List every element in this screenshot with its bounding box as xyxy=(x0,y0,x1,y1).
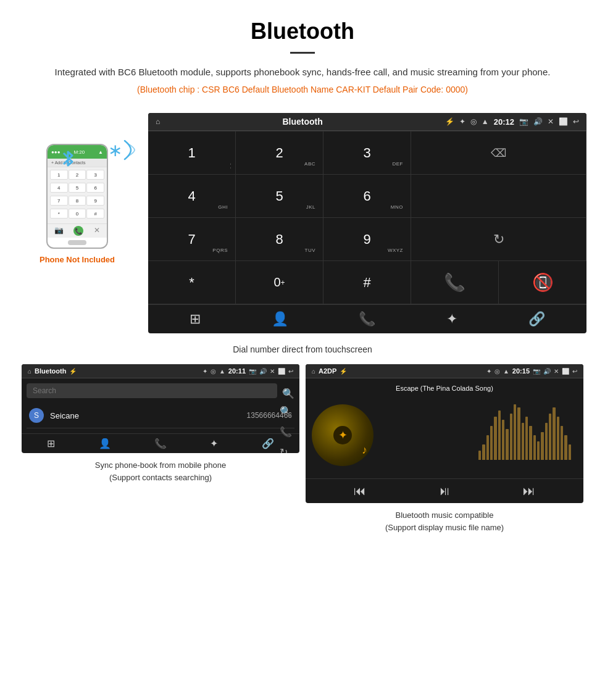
phonebook-bottom-nav: ⊞ 👤 📞 ✦ 🔗 xyxy=(22,433,299,453)
dial-refresh[interactable]: ↻ xyxy=(411,218,586,261)
music-bt-center-icon: ✦ xyxy=(338,428,348,442)
dial-car-screen: ⌂ Bluetooth ⚡ ✦ ◎ ▲ 20:12 📷 🔊 ✕ ⬜ ↩ xyxy=(148,113,586,333)
dial-key-8[interactable]: 8TUV xyxy=(236,218,323,261)
volume-icon: 🔊 xyxy=(533,117,543,126)
dial-screen-container: ⌂ Bluetooth ⚡ ✦ ◎ ▲ 20:12 📷 🔊 ✕ ⬜ ↩ xyxy=(148,113,586,333)
dial-time: 20:12 xyxy=(494,117,514,127)
music-main-row: ✦ ♪ xyxy=(312,398,577,472)
music-screenshot-block: ⌂ A2DP ⚡ ✦ ◎ ▲ 20:15 📷 🔊 ✕ ⬜ ↩ Escape xyxy=(302,364,586,540)
prev-track-icon[interactable]: ⏮ xyxy=(354,484,366,498)
header-description: Integrated with BC6 Bluetooth module, su… xyxy=(37,65,568,80)
dial-key-2[interactable]: 2ABC xyxy=(236,131,323,175)
phonebook-time: 20:11 xyxy=(228,367,246,375)
contact-name: Seicane xyxy=(50,411,247,420)
close-icon[interactable]: ✕ xyxy=(548,117,554,126)
green-call-icon: 📞 xyxy=(444,272,465,293)
phone-key-5: 5 xyxy=(69,183,86,193)
phone-illustration-area: ∗ ●●● M:20 ▲ + Add to Conta xyxy=(19,113,136,264)
link-nav-icon[interactable]: 🔗 xyxy=(528,311,545,327)
red-call-icon: 📵 xyxy=(532,272,554,293)
music-home-icon: ⌂ xyxy=(312,368,315,375)
dial-bottom-nav: ⊞ 👤 📞 ✦ 🔗 xyxy=(148,304,586,333)
music-top-bar: ⌂ A2DP ⚡ ✦ ◎ ▲ 20:15 📷 🔊 ✕ ⬜ ↩ xyxy=(306,364,583,378)
contact-avatar: S xyxy=(29,408,44,423)
search-icon[interactable]: 🔍 xyxy=(282,388,294,399)
music-body: Escape (The Pina Colada Song) ✦ ♪ xyxy=(306,378,583,478)
phonebook-caption: Sync phone-book from mobile phone (Suppo… xyxy=(83,453,238,490)
dial-key-hash[interactable]: # xyxy=(323,261,411,304)
pb-user-nav[interactable]: 👤 xyxy=(99,438,111,449)
music-left-icons: ⌂ A2DP ⚡ xyxy=(312,367,347,375)
music-bt-icon: ✦ xyxy=(486,368,491,375)
dial-display-backspace[interactable]: ⌫ xyxy=(411,131,586,175)
phone-home-button xyxy=(68,240,86,245)
phone-key-3: 3 xyxy=(86,170,104,180)
phone-body: ●●● M:20 ▲ + Add to Contacts 1 2 3 4 5 6… xyxy=(46,144,108,249)
phone-key-star: * xyxy=(50,209,68,219)
home-icon[interactable]: ⌂ xyxy=(156,117,160,126)
music-eq-bars xyxy=(478,410,571,460)
search-bar[interactable] xyxy=(27,383,277,398)
bluetooth-logo-icon xyxy=(59,147,77,174)
music-back-icon: ↩ xyxy=(572,368,577,375)
dial-call-green[interactable]: 📞 xyxy=(411,261,499,304)
contacts-nav-icon[interactable]: 👤 xyxy=(272,311,288,327)
back-icon[interactable]: ↩ xyxy=(573,117,579,126)
next-track-icon[interactable]: ⏭ xyxy=(523,484,535,498)
dial-key-6[interactable]: 6MNO xyxy=(323,175,411,218)
pb-signal-icon: ▲ xyxy=(219,368,225,375)
pb-refresh-side-icon: ↻ xyxy=(280,446,292,453)
phone-nav-icon[interactable]: 📞 xyxy=(359,311,375,327)
dial-keypad-grid: 1᷊ᷝ 2ABC 3DEF ⌫ 4GHI 5JKL 6MNO 7PQRS 8TU… xyxy=(148,131,586,304)
pb-bt-icon: ✦ xyxy=(202,368,207,375)
phone-key-7: 7 xyxy=(50,196,68,206)
phonebook-left-icons: ⌂ Bluetooth ⚡ xyxy=(28,367,77,375)
dial-key-4[interactable]: 4GHI xyxy=(148,175,236,218)
pb-grid-nav[interactable]: ⊞ xyxy=(47,438,55,449)
pb-link-nav[interactable]: 🔗 xyxy=(262,438,274,449)
pb-phone-nav[interactable]: 📞 xyxy=(154,438,167,449)
dial-key-9[interactable]: 9WXYZ xyxy=(323,218,411,261)
phone-call-icon: 📞 xyxy=(73,226,83,236)
dial-key-star[interactable]: * xyxy=(148,261,236,304)
play-pause-icon[interactable]: ⏯ xyxy=(438,484,451,498)
dial-key-7[interactable]: 7PQRS xyxy=(148,218,236,261)
phonebook-caption-line2: (Support contacts searching) xyxy=(109,473,212,482)
pb-bt-nav[interactable]: ✦ xyxy=(210,438,218,449)
refresh-icon: ↻ xyxy=(493,231,504,248)
phone-top-bar: ●●● M:20 ▲ xyxy=(48,145,107,159)
page-header: Bluetooth Integrated with BC6 Bluetooth … xyxy=(0,0,605,107)
usb-icon: ⚡ xyxy=(445,117,454,126)
grid-nav-icon[interactable]: ⊞ xyxy=(190,311,201,327)
music-loc-icon: ◎ xyxy=(494,368,500,375)
bluetooth-nav-icon[interactable]: ✦ xyxy=(446,311,457,327)
pb-close-icon: ✕ xyxy=(270,368,275,375)
phone-contacts-label: + Add to Contacts xyxy=(48,159,107,167)
music-win-icon: ⬜ xyxy=(562,368,569,375)
bottom-screenshots: ⌂ Bluetooth ⚡ ✦ ◎ ▲ 20:11 📷 🔊 ✕ ⬜ ↩ xyxy=(0,364,605,540)
phonebook-top-bar: ⌂ Bluetooth ⚡ ✦ ◎ ▲ 20:11 📷 🔊 ✕ ⬜ ↩ xyxy=(22,364,299,378)
search-row: 🔍 xyxy=(27,383,294,403)
music-note-icon: ♪ xyxy=(362,444,367,457)
contacts-list: S Seicane 13566664466 🔍 📞 ↻ xyxy=(27,403,294,428)
dial-key-0[interactable]: 0+ xyxy=(236,261,323,304)
music-caption-line1: Bluetooth music compatible xyxy=(396,510,494,520)
page-title: Bluetooth xyxy=(37,19,568,44)
search-input[interactable] xyxy=(33,386,271,395)
dial-call-red[interactable]: 📵 xyxy=(499,261,586,304)
music-usb-icon: ⚡ xyxy=(340,368,347,375)
pb-usb-icon: ⚡ xyxy=(69,368,77,375)
music-song-title: Escape (The Pina Colada Song) xyxy=(396,385,493,392)
phonebook-side-icons: 🔍 📞 ↻ xyxy=(277,403,294,453)
music-vol-icon: 🔊 xyxy=(543,368,551,375)
dial-key-1[interactable]: 1᷊ᷝ xyxy=(148,131,236,175)
dial-key-5[interactable]: 5JKL xyxy=(236,175,323,218)
dial-key-3[interactable]: 3DEF xyxy=(323,131,411,175)
dial-caption: Dial number direct from touchscreen xyxy=(0,340,605,364)
svg-text:∗: ∗ xyxy=(108,141,122,160)
pb-win-icon: ⬜ xyxy=(278,368,285,375)
title-divider xyxy=(290,52,315,54)
music-caption: Bluetooth music compatible (Support disp… xyxy=(373,503,516,540)
pb-vol-icon: 🔊 xyxy=(259,368,267,375)
pb-loc-icon: ◎ xyxy=(211,368,216,375)
